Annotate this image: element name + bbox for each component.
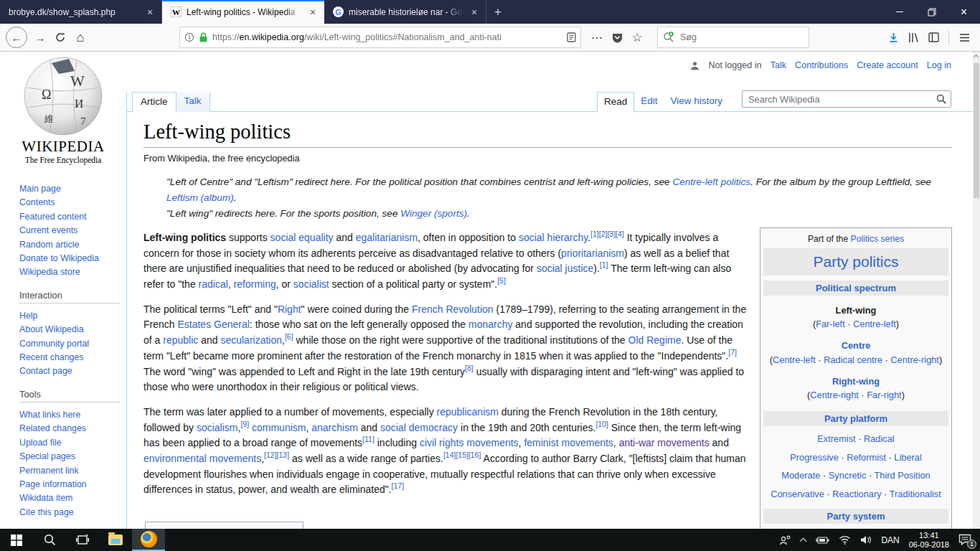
forward-button[interactable]: → — [30, 27, 50, 47]
reference-link[interactable]: [10] — [595, 420, 608, 428]
sidebar-link[interactable]: Community portal — [19, 339, 89, 349]
sidebar-link[interactable]: Donate to Wikipedia — [19, 253, 99, 263]
battery-icon[interactable] — [815, 536, 829, 545]
tab-article[interactable]: Article — [132, 92, 176, 113]
action-center-button[interactable]: 1 — [958, 534, 973, 547]
wiki-link[interactable]: socialist — [293, 278, 329, 290]
wiki-link[interactable]: social hierarchy — [519, 232, 588, 243]
home-button[interactable]: ⌂ — [70, 27, 90, 47]
wiki-link[interactable]: republic — [163, 334, 198, 346]
infobox-header-party-platform[interactable]: Party platform — [763, 411, 948, 426]
sidebars-button[interactable] — [923, 27, 943, 47]
taskbar-clock[interactable]: 13:41 06-09-2018 — [909, 531, 949, 550]
wiki-link[interactable]: reforming — [234, 278, 276, 290]
reference-link[interactable]: [12][13] — [264, 451, 289, 459]
tab-edit[interactable]: Edit — [634, 92, 664, 112]
wiki-link[interactable]: prioritarianism — [561, 248, 624, 259]
wiki-link[interactable]: Old Regime — [628, 334, 682, 346]
personal-create-account-link[interactable]: Create account — [857, 60, 918, 70]
restore-button[interactable] — [915, 0, 948, 24]
wiki-link[interactable]: secularization — [220, 334, 282, 346]
personal-talk-link[interactable]: Talk — [771, 60, 786, 70]
sidebar-link[interactable]: Contact page — [19, 366, 72, 376]
minimize-button[interactable] — [883, 0, 915, 24]
wiki-link[interactable]: communism — [252, 422, 306, 433]
wikipedia-search-input[interactable] — [747, 93, 936, 105]
browser-tab-2-active[interactable]: W Left-wing politics - Wikipedia × — [162, 0, 324, 24]
secure-lock-icon[interactable] — [199, 32, 208, 43]
wiki-link[interactable]: Third Position — [874, 470, 930, 481]
sidebar-link[interactable]: Cite this page — [19, 507, 74, 517]
url-bar[interactable]: https://en.wikipedia.org/wiki/Left-wing_… — [179, 27, 581, 48]
wiki-link[interactable]: Progressive — [790, 452, 839, 463]
wiki-link[interactable]: Right — [278, 303, 301, 315]
language-indicator[interactable]: DAN — [881, 535, 899, 545]
reference-link[interactable]: [8] — [465, 364, 473, 372]
wiki-link[interactable]: monarchy — [468, 319, 512, 330]
site-info-icon[interactable] — [184, 32, 194, 42]
browser-tab-3[interactable]: G miserable historieløe nar - Goo × — [324, 0, 486, 24]
firefox-taskbar-button[interactable] — [132, 529, 165, 551]
wiki-link[interactable]: Right-wing — [832, 376, 880, 387]
wiki-link[interactable]: Syncretic — [829, 470, 867, 481]
wiki-link[interactable]: Centre-left — [853, 319, 896, 329]
wiki-link[interactable]: Centre — [842, 340, 871, 351]
reference-link[interactable]: [6] — [285, 333, 293, 342]
wiki-link[interactable]: Radical — [864, 433, 895, 444]
wiki-link[interactable]: feminist movements — [524, 437, 613, 448]
wiki-link[interactable]: Far-right — [867, 390, 901, 400]
tray-expand-chevron-icon[interactable] — [800, 537, 807, 545]
personal-login-link[interactable]: Log in — [927, 60, 951, 70]
wiki-link[interactable]: radical — [199, 278, 228, 290]
sidebar-link[interactable]: Special pages — [19, 451, 75, 461]
wiki-link[interactable]: Winger (sports) — [400, 208, 467, 219]
browser-tab-1[interactable]: brobye.dk/show_splash.php × — [0, 0, 162, 24]
tab-close-icon[interactable]: × — [468, 6, 480, 18]
back-button[interactable]: ← — [6, 27, 27, 48]
pocket-button[interactable] — [607, 27, 627, 47]
sidebar-link[interactable]: Featured content — [19, 212, 87, 222]
wikipedia-search-box[interactable] — [742, 90, 951, 108]
sidebar-link[interactable]: Page information — [19, 479, 87, 489]
wiki-link[interactable]: Leftism (album) — [166, 192, 234, 203]
wiki-link[interactable]: Centre-left — [773, 354, 816, 365]
reference-link[interactable]: [7] — [728, 348, 737, 357]
menu-button[interactable] — [954, 27, 974, 47]
infobox-header-political-spectrum[interactable]: Political spectrum — [763, 281, 948, 296]
page-scrollbar[interactable] — [973, 52, 980, 529]
search-engine-icon[interactable] — [663, 32, 674, 43]
close-window-button[interactable]: × — [948, 0, 980, 24]
task-view-button[interactable] — [66, 529, 99, 551]
tab-close-icon[interactable]: × — [307, 6, 319, 18]
wiki-link[interactable]: environmental movements — [143, 453, 261, 464]
wiki-link[interactable]: Moderate — [781, 470, 820, 481]
wiki-link[interactable]: Politics series — [851, 234, 905, 244]
scrollbar-thumb[interactable] — [974, 63, 979, 198]
wiki-link[interactable]: Centre-right — [810, 390, 859, 400]
library-button[interactable] — [903, 27, 923, 47]
wiki-link[interactable]: anarchism — [311, 422, 358, 433]
wiki-link[interactable]: Liberal — [894, 452, 921, 463]
sidebar-link[interactable]: Help — [19, 311, 37, 321]
tab-close-icon[interactable]: × — [144, 6, 156, 18]
browser-search-input[interactable] — [679, 32, 804, 43]
url-segment[interactable]: https:// — [212, 32, 240, 42]
reference-link[interactable]: [1] — [600, 261, 608, 270]
wiki-link[interactable]: social justice — [537, 263, 593, 274]
browser-search-bar[interactable] — [657, 27, 809, 48]
new-tab-button[interactable]: + — [486, 0, 509, 24]
reference-link[interactable]: [11] — [362, 435, 374, 444]
tab-talk[interactable]: Talk — [176, 92, 210, 112]
start-button[interactable] — [0, 529, 33, 551]
file-explorer-button[interactable] — [99, 529, 132, 551]
wiki-link[interactable]: Estates General — [177, 319, 249, 330]
wiki-link[interactable]: Conservative — [771, 489, 824, 499]
wiki-link[interactable]: social democracy — [380, 422, 458, 433]
sidebar-link[interactable]: About Wikipedia — [19, 324, 84, 334]
sidebar-link[interactable]: Current events — [19, 225, 77, 235]
url-segment[interactable]: /wiki/Left-wing_politics#Nationalism_and… — [304, 32, 501, 42]
url-segment[interactable]: en.wikipedia.org — [240, 32, 304, 42]
reference-link[interactable]: [1][2][3][4] — [590, 230, 624, 238]
wiki-link[interactable]: French Revolution — [412, 303, 494, 315]
wiki-link[interactable]: Traditionalist — [890, 489, 941, 499]
